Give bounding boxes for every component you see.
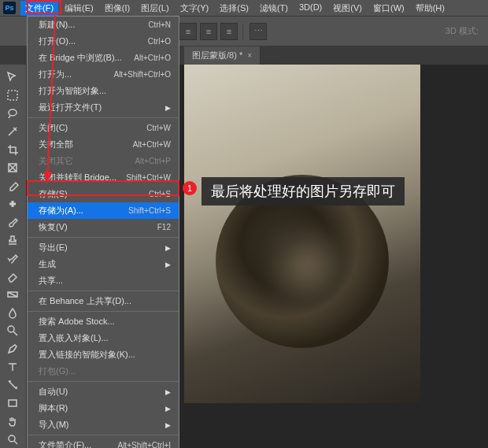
submenu-arrow-icon: ▶: [165, 388, 171, 396]
align-bottom-icon[interactable]: ≡: [220, 23, 238, 40]
menu-item-label: 关闭并转到 Bridge...: [39, 172, 116, 183]
menu-item-3[interactable]: 图层(L): [136, 1, 173, 16]
menu-item-shortcut: Ctrl+S: [149, 190, 171, 198]
annotation-text: 最后将处理好的图片另存即可: [201, 177, 405, 205]
menu-item-label: 关闭全部: [39, 139, 73, 150]
menu-item-shortcut: Shift+Ctrl+W: [126, 173, 171, 182]
submenu-arrow-icon: ▶: [165, 244, 171, 252]
menu-item-label: 打开为智能对象...: [39, 85, 106, 97]
pen-tool-icon[interactable]: [0, 339, 25, 357]
gradient-tool-icon[interactable]: [0, 285, 25, 303]
file-menu-item-11[interactable]: 存储(S)Ctrl+S: [28, 186, 179, 202]
lasso-tool-icon[interactable]: [0, 104, 25, 122]
menu-item-label: 搜索 Adobe Stock...: [39, 316, 115, 328]
file-menu-item-13[interactable]: 恢复(V)F12: [28, 219, 179, 235]
menu-item-label: 共享...: [39, 275, 63, 287]
menu-item-7[interactable]: 3D(D): [294, 1, 327, 16]
file-menu-item-3[interactable]: 打开为...Alt+Shift+Ctrl+O: [28, 66, 179, 83]
file-menu-item-0[interactable]: 新建(N)...Ctrl+N: [28, 17, 179, 33]
file-menu-item-30[interactable]: 文件简介(F)...Alt+Shift+Ctrl+I: [28, 437, 179, 448]
menu-item-8[interactable]: 视图(V): [328, 1, 367, 16]
crop-tool-icon[interactable]: [0, 140, 25, 158]
file-menu-item-19[interactable]: 在 Behance 上共享(D)...: [28, 293, 179, 309]
menu-item-label: 自动(U): [39, 386, 68, 398]
file-menu-item-10[interactable]: 关闭并转到 Bridge...Shift+Ctrl+W: [28, 169, 179, 186]
menu-item-5[interactable]: 选择(S): [215, 1, 253, 16]
blur-tool-icon[interactable]: [0, 303, 25, 321]
hand-tool-icon[interactable]: [0, 412, 25, 430]
file-menu-item-5[interactable]: 最近打开文件(T)▶: [28, 99, 179, 116]
file-menu-item-4[interactable]: 打开为智能对象...: [28, 83, 179, 99]
menu-item-1[interactable]: 编辑(E): [60, 1, 98, 16]
rect-tool-icon[interactable]: [0, 394, 25, 412]
menu-item-10[interactable]: 帮助(H): [411, 1, 449, 16]
close-tab-icon[interactable]: ×: [247, 51, 252, 60]
file-menu-item-8[interactable]: 关闭全部Alt+Ctrl+W: [28, 136, 179, 153]
dodge-tool-icon[interactable]: [0, 321, 25, 339]
wand-tool-icon[interactable]: [0, 122, 25, 140]
menu-item-shortcut: F12: [157, 223, 171, 231]
menu-item-label: 关闭其它: [39, 155, 73, 167]
file-menu-item-2[interactable]: 在 Bridge 中浏览(B)...Alt+Ctrl+O: [28, 50, 179, 66]
file-menu-dropdown: 新建(N)...Ctrl+N打开(O)...Ctrl+O在 Bridge 中浏览…: [27, 16, 179, 448]
file-menu-item-16[interactable]: 生成▶: [28, 256, 179, 272]
history-tool-icon[interactable]: [0, 249, 25, 267]
ps-logo: Ps: [3, 2, 16, 14]
zoom-tool-icon[interactable]: [0, 430, 25, 448]
move-tool-icon[interactable]: [0, 68, 25, 86]
svg-point-3: [8, 326, 14, 332]
menu-item-label: 在 Behance 上共享(D)...: [39, 295, 131, 307]
menu-item-label: 打开(O)...: [39, 35, 76, 47]
path-tool-icon[interactable]: [0, 376, 25, 394]
menu-item-shortcut: Alt+Shift+Ctrl+O: [113, 70, 171, 79]
file-menu-item-7[interactable]: 关闭(C)Ctrl+W: [28, 120, 179, 136]
menu-bar: 文件(F)编辑(E)图像(I)图层(L)文字(Y)选择(S)滤镜(T)3D(D)…: [20, 1, 449, 16]
menu-item-2[interactable]: 图像(I): [100, 1, 135, 16]
menu-item-shortcut: Ctrl+N: [148, 20, 171, 29]
menu-item-4[interactable]: 文字(Y): [176, 1, 214, 16]
menu-item-shortcut: Alt+Ctrl+O: [134, 54, 171, 62]
menu-item-shortcut: Alt+Shift+Ctrl+I: [117, 441, 171, 448]
file-menu-item-17[interactable]: 共享...: [28, 272, 179, 289]
svg-rect-4: [9, 400, 17, 406]
marquee-tool-icon[interactable]: [0, 86, 25, 104]
align-middle-icon[interactable]: ≡: [200, 23, 217, 40]
menu-item-shortcut: Alt+Ctrl+W: [133, 140, 171, 149]
document-tab[interactable]: 图层蒙版/8) * ×: [184, 46, 261, 65]
file-menu-item-22[interactable]: 置入嵌入对象(L)...: [28, 330, 179, 346]
more-options-icon[interactable]: ⋯: [250, 23, 267, 40]
eraser-tool-icon[interactable]: [0, 267, 25, 285]
file-menu-item-28[interactable]: 导入(M)▶: [28, 417, 179, 433]
file-menu-item-1[interactable]: 打开(O)...Ctrl+O: [28, 33, 179, 50]
heal-tool-icon[interactable]: [0, 194, 25, 213]
svg-rect-0: [8, 91, 17, 100]
align-top-icon[interactable]: ≡: [179, 23, 197, 40]
file-menu-item-27[interactable]: 脚本(R)▶: [28, 400, 179, 417]
eyedrop-tool-icon[interactable]: [0, 176, 25, 194]
tab-title: 图层蒙版/8) *: [192, 50, 242, 61]
menu-item-6[interactable]: 滤镜(T): [255, 1, 293, 16]
menu-item-label: 导入(M): [39, 419, 69, 431]
file-menu-item-21[interactable]: 搜索 Adobe Stock...: [28, 313, 179, 330]
menu-item-label: 导出(E): [39, 242, 68, 254]
toolbox: [0, 65, 27, 448]
menu-item-shortcut: Ctrl+O: [148, 37, 171, 46]
file-menu-item-26[interactable]: 自动(U)▶: [28, 383, 179, 400]
file-menu-item-15[interactable]: 导出(E)▶: [28, 239, 179, 256]
file-menu-item-12[interactable]: 存储为(A)...Shift+Ctrl+S: [28, 202, 179, 219]
menu-item-0[interactable]: 文件(F): [20, 1, 58, 16]
menu-item-label: 打开为...: [39, 68, 72, 80]
frame-tool-icon[interactable]: [0, 158, 25, 176]
menu-item-label: 置入链接的智能对象(K)...: [39, 349, 135, 361]
menu-item-9[interactable]: 窗口(W): [368, 1, 409, 16]
type-tool-icon[interactable]: [0, 357, 25, 376]
submenu-arrow-icon: ▶: [165, 405, 171, 413]
menu-item-label: 恢复(V): [39, 221, 68, 233]
stamp-tool-icon[interactable]: [0, 231, 25, 249]
file-menu-item-23[interactable]: 置入链接的智能对象(K)...: [28, 346, 179, 363]
menu-item-label: 生成: [39, 258, 56, 270]
submenu-arrow-icon: ▶: [165, 421, 171, 429]
menu-item-label: 置入嵌入对象(L)...: [39, 332, 109, 344]
file-menu-item-24: 打包(G)...: [28, 363, 179, 380]
brush-tool-icon[interactable]: [0, 213, 25, 231]
